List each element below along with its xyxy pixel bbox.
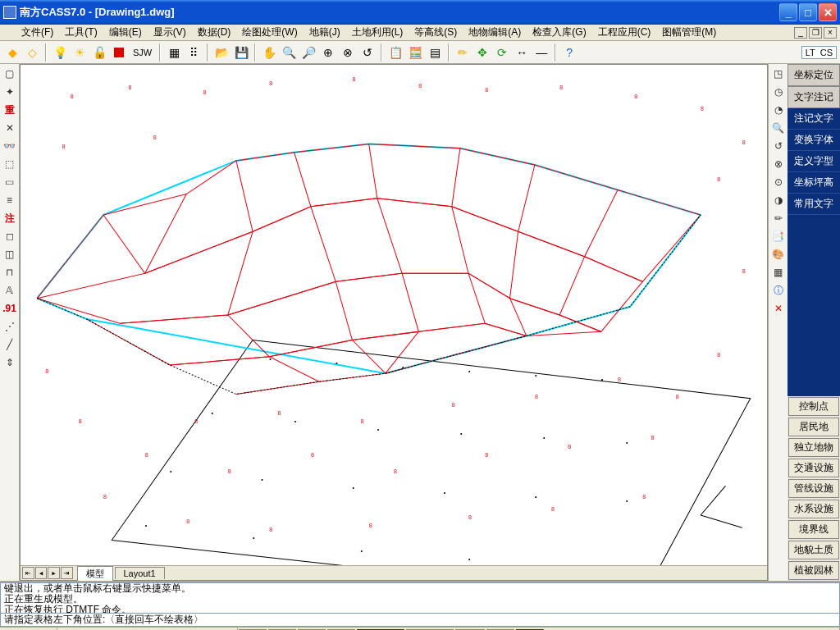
rp-text-annot[interactable]: 文字注记 xyxy=(788,86,840,108)
rtool-5[interactable]: ↺ xyxy=(770,138,787,154)
left-tool-8[interactable]: ≡ xyxy=(2,192,18,208)
minimize-button[interactable]: _ xyxy=(779,3,797,21)
rp-boundary[interactable]: 境界线 xyxy=(788,520,839,539)
rtool-2[interactable]: ◷ xyxy=(770,84,787,100)
rp-independent[interactable]: 独立地物 xyxy=(788,438,839,457)
rtool-1[interactable]: ◳ xyxy=(770,66,787,82)
left-tool-1[interactable]: ▢ xyxy=(2,66,18,82)
properties-icon[interactable]: 📋 xyxy=(386,43,404,62)
drawing-viewport[interactable]: 888 888 888 888 888 888 888 888 888 888 … xyxy=(21,65,767,565)
rtool-8[interactable]: ◑ xyxy=(770,192,787,208)
move-icon[interactable]: ✥ xyxy=(473,43,491,62)
menu-engineering[interactable]: 工程应用(C) xyxy=(593,25,656,40)
left-tool-12[interactable]: ⊓ xyxy=(2,264,18,281)
zoom-out-icon[interactable]: 🔎 xyxy=(299,43,317,62)
left-tool-13[interactable]: 𝔸 xyxy=(2,282,18,299)
layer-color-swatch[interactable] xyxy=(110,43,128,62)
left-elev[interactable]: .91 xyxy=(2,300,18,317)
grid-dots-icon[interactable]: ⠿ xyxy=(185,43,203,62)
rtool-11[interactable]: 🎨 xyxy=(770,246,787,262)
menu-edit[interactable]: 编辑(E) xyxy=(104,25,147,40)
rp-annot-text[interactable]: 注记文字 xyxy=(788,108,840,130)
linetype-box[interactable]: LT CS xyxy=(801,46,837,59)
menu-sheet[interactable]: 图幅管理(M) xyxy=(657,25,721,40)
command-input[interactable]: 请指定表格左下角位置:〈直接回车不绘表格〉 xyxy=(0,614,840,627)
rp-control-point[interactable]: 控制点 xyxy=(788,397,839,416)
mdi-restore[interactable]: ❐ xyxy=(809,27,822,39)
mdi-close[interactable]: × xyxy=(824,27,837,39)
rp-traffic[interactable]: 交通设施 xyxy=(788,459,839,477)
snap-menu-icon[interactable]: ▦ xyxy=(165,43,183,62)
rtool-4[interactable]: 🔍 xyxy=(770,120,787,136)
lock-icon[interactable]: 🔓 xyxy=(90,43,108,62)
left-annotate[interactable]: 注 xyxy=(2,210,18,226)
menu-contour[interactable]: 等高线(S) xyxy=(409,25,462,40)
rtool-7[interactable]: ⊙ xyxy=(770,174,787,190)
measure-icon[interactable]: ― xyxy=(532,43,550,62)
menu-check[interactable]: 检查入库(G) xyxy=(527,25,591,40)
rtool-9[interactable]: ✏ xyxy=(770,210,787,226)
help-icon[interactable]: ? xyxy=(560,43,578,62)
menu-data[interactable]: 数据(D) xyxy=(193,25,236,40)
tab-model[interactable]: 模型 xyxy=(77,566,113,581)
left-tool-5[interactable]: 👓 xyxy=(2,138,18,154)
left-tool-11[interactable]: ◫ xyxy=(2,246,18,262)
maximize-button[interactable]: □ xyxy=(799,3,817,21)
rp-common-text[interactable]: 常用文字 xyxy=(788,194,840,215)
tab-layout1[interactable]: Layout1 xyxy=(115,567,165,579)
open-icon[interactable]: 📂 xyxy=(212,43,231,62)
layer-name[interactable]: SJW xyxy=(130,48,155,57)
tab-next[interactable]: ▸ xyxy=(48,567,60,579)
menu-cadastre[interactable]: 地籍(J) xyxy=(304,25,345,40)
rp-vegetation[interactable]: 植被园林 xyxy=(788,561,839,580)
rp-pipeline[interactable]: 管线设施 xyxy=(788,479,839,498)
zoom-window-icon[interactable]: ⊕ xyxy=(319,43,337,62)
rotate-icon[interactable]: ⟳ xyxy=(493,43,511,62)
layer-icon[interactable]: ◆ xyxy=(3,43,21,62)
menu-terrain-edit[interactable]: 地物编辑(A) xyxy=(463,25,526,40)
left-tool-10[interactable]: ◻ xyxy=(2,228,18,244)
rtool-close[interactable]: ✕ xyxy=(770,300,787,317)
table-icon[interactable]: ▤ xyxy=(426,43,444,62)
rp-coord-elev[interactable]: 坐标坪高 xyxy=(788,172,840,194)
close-button[interactable]: ✕ xyxy=(819,3,837,21)
rp-change-font[interactable]: 变换字体 xyxy=(788,130,840,151)
zoom-previous-icon[interactable]: ↺ xyxy=(358,43,377,62)
menu-view[interactable]: 显示(V) xyxy=(148,25,191,40)
lightbulb-icon[interactable]: 💡 xyxy=(51,43,69,62)
draw-line-icon[interactable]: ✏ xyxy=(454,43,472,62)
sun-icon[interactable]: ☀ xyxy=(71,43,89,62)
tab-first[interactable]: ⇤ xyxy=(22,567,34,579)
save-icon[interactable]: 💾 xyxy=(232,43,250,62)
rtool-info[interactable]: ⓘ xyxy=(770,282,787,299)
left-tool-7[interactable]: ▭ xyxy=(2,174,18,190)
tab-prev[interactable]: ◂ xyxy=(35,567,48,579)
menu-tool[interactable]: 工具(T) xyxy=(60,25,102,40)
pan-icon[interactable]: ✋ xyxy=(260,43,278,62)
left-tool-4[interactable]: ✕ xyxy=(2,120,18,136)
rtool-10[interactable]: 📑 xyxy=(770,228,787,244)
rtool-6[interactable]: ⊗ xyxy=(770,156,787,172)
rtool-3[interactable]: ◔ xyxy=(770,102,787,118)
menu-file[interactable]: 文件(F) xyxy=(16,25,58,40)
rp-landform[interactable]: 地貌土质 xyxy=(788,541,839,559)
rp-water[interactable]: 水系设施 xyxy=(788,500,839,518)
calculator-icon[interactable]: 🧮 xyxy=(406,43,424,62)
menu-landuse[interactable]: 土地利用(L) xyxy=(347,25,409,40)
rp-coord-locate[interactable]: 坐标定位 xyxy=(788,64,840,86)
rp-define-style[interactable]: 定义字型 xyxy=(788,151,840,172)
mdi-minimize[interactable]: _ xyxy=(794,27,807,39)
tab-last[interactable]: ⇥ xyxy=(61,567,73,579)
zoom-in-icon[interactable]: 🔍 xyxy=(280,43,298,62)
rp-residential[interactable]: 居民地 xyxy=(788,418,839,436)
menu-draw[interactable]: 绘图处理(W) xyxy=(237,25,302,40)
left-tool-16[interactable]: ╱ xyxy=(2,336,18,353)
zoom-extents-icon[interactable]: ⊗ xyxy=(339,43,357,62)
left-tool-15[interactable]: ⋰ xyxy=(2,318,18,335)
rtool-12[interactable]: ▦ xyxy=(770,264,787,281)
left-tool-17[interactable]: ⇕ xyxy=(2,354,18,371)
left-tool-2[interactable]: ✦ xyxy=(2,84,18,100)
left-regen[interactable]: 重 xyxy=(2,102,18,118)
left-tool-6[interactable]: ⬚ xyxy=(2,156,18,172)
layer-states-icon[interactable]: ◇ xyxy=(23,43,41,62)
